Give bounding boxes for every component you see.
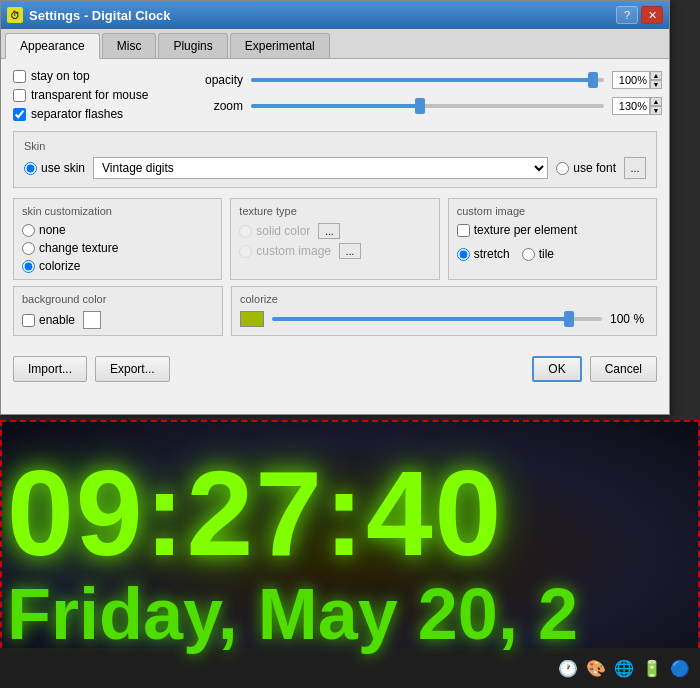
skin-cust-none-row: none	[22, 223, 213, 237]
colorize-value: 100 %	[610, 312, 648, 326]
opacity-thumb[interactable]	[588, 72, 598, 88]
stretch-tile-row: stretch tile	[457, 247, 648, 261]
tile-radio[interactable]	[522, 248, 535, 261]
cancel-button[interactable]: Cancel	[590, 356, 657, 382]
tab-experimental[interactable]: Experimental	[230, 33, 330, 58]
taskbar-network-icon[interactable]: 🌐	[614, 658, 634, 678]
stay-on-top-label: stay on top	[31, 69, 90, 83]
window-icon: ⏱	[7, 7, 23, 23]
colorize-thumb[interactable]	[564, 311, 574, 327]
use-skin-radio[interactable]	[24, 162, 37, 175]
zoom-input[interactable]	[612, 97, 650, 115]
texture-type-box: texture type solid color ... custom imag…	[230, 198, 439, 280]
background-color-row: enable	[22, 311, 214, 329]
opacity-input[interactable]	[612, 71, 650, 89]
custom-image-tex-label: custom image	[256, 244, 331, 258]
opacity-label: opacity	[193, 73, 243, 87]
skin-cust-change-label: change texture	[39, 241, 118, 255]
import-button[interactable]: Import...	[13, 356, 87, 382]
ok-button[interactable]: OK	[532, 356, 581, 382]
stay-on-top-checkbox[interactable]	[13, 70, 26, 83]
use-skin-label: use skin	[41, 161, 85, 175]
texture-type-group: solid color ... custom image ...	[239, 223, 430, 259]
colorize-box: colorize 100 %	[231, 286, 657, 336]
taskbar-clock-icon[interactable]: 🕐	[558, 658, 578, 678]
separator-flashes-checkbox[interactable]	[13, 108, 26, 121]
help-button[interactable]: ?	[616, 6, 638, 24]
enable-row: enable	[22, 313, 75, 327]
skin-cust-change-radio[interactable]	[22, 242, 35, 255]
skin-customization-box: skin customization none change texture c…	[13, 198, 222, 280]
tab-plugins[interactable]: Plugins	[158, 33, 227, 58]
taskbar-battery-icon[interactable]: 🔋	[642, 658, 662, 678]
taskbar-bluetooth-icon[interactable]: 🔵	[670, 658, 690, 678]
skin-cust-colorize-radio[interactable]	[22, 260, 35, 273]
use-font-label: use font	[573, 161, 616, 175]
zoom-down[interactable]: ▼	[650, 106, 662, 115]
enable-checkbox[interactable]	[22, 314, 35, 327]
skin-dropdown[interactable]: Vintage digits	[93, 157, 548, 179]
skin-cust-change-row: change texture	[22, 241, 213, 255]
window-title: Settings - Digital Clock	[29, 8, 613, 23]
opacity-row: opacity ▲ ▼	[193, 71, 657, 89]
opacity-fill	[251, 78, 593, 82]
clock-content: 09:27:40 Friday, May 20, 2	[2, 453, 578, 655]
skin-cust-none-label: none	[39, 223, 66, 237]
solid-color-radio[interactable]	[239, 225, 252, 238]
background-color-title: background color	[22, 293, 214, 305]
stay-on-top-row: stay on top	[13, 69, 173, 83]
content-area: stay on top transparent for mouse separa…	[1, 59, 669, 346]
opacity-down[interactable]: ▼	[650, 80, 662, 89]
use-font-row: use font	[556, 161, 616, 175]
stretch-radio[interactable]	[457, 248, 470, 261]
clock-date: Friday, May 20, 2	[7, 573, 578, 655]
tab-bar: Appearance Misc Plugins Experimental	[1, 29, 669, 59]
font-dots-button[interactable]: ...	[624, 157, 646, 179]
taskbar-color-icon[interactable]: 🎨	[586, 658, 606, 678]
export-button[interactable]: Export...	[95, 356, 170, 382]
custom-image-tex-radio[interactable]	[239, 245, 252, 258]
separator-flashes-row: separator flashes	[13, 107, 173, 121]
skin-cust-none-radio[interactable]	[22, 224, 35, 237]
stretch-label: stretch	[474, 247, 510, 261]
background-color-swatch[interactable]	[83, 311, 101, 329]
use-font-radio[interactable]	[556, 162, 569, 175]
stretch-row: stretch	[457, 247, 510, 261]
texture-type-title: texture type	[239, 205, 430, 217]
colorize-slider-track[interactable]	[272, 317, 602, 321]
colorize-row: 100 %	[240, 311, 648, 327]
close-button[interactable]: ✕	[641, 6, 663, 24]
texture-per-element-label: texture per element	[474, 223, 577, 237]
zoom-value: ▲ ▼	[612, 97, 657, 115]
skin-section: Skin use skin Vintage digits use font ..…	[13, 131, 657, 188]
title-bar: ⏱ Settings - Digital Clock ? ✕	[1, 1, 669, 29]
opacity-track[interactable]	[251, 78, 604, 82]
skin-cust-colorize-label: colorize	[39, 259, 80, 273]
transparent-checkbox[interactable]	[13, 89, 26, 102]
solid-color-dots[interactable]: ...	[318, 223, 340, 239]
custom-image-title: custom image	[457, 205, 648, 217]
tile-row: tile	[522, 247, 554, 261]
buttons-row: Import... Export... OK Cancel	[1, 346, 669, 390]
use-skin-radio-row: use skin	[24, 161, 85, 175]
tab-misc[interactable]: Misc	[102, 33, 157, 58]
custom-image-tex-row: custom image ...	[239, 243, 430, 259]
zoom-track[interactable]	[251, 104, 604, 108]
enable-label: enable	[39, 313, 75, 327]
colorize-swatch[interactable]	[240, 311, 264, 327]
custom-image-tex-dots[interactable]: ...	[339, 243, 361, 259]
tab-appearance[interactable]: Appearance	[5, 33, 100, 59]
texture-per-element-check[interactable]	[457, 224, 470, 237]
sliders-column: opacity ▲ ▼ zoom	[193, 69, 657, 121]
zoom-spinners: ▲ ▼	[650, 97, 662, 115]
transparent-row: transparent for mouse	[13, 88, 173, 102]
colorize-title: colorize	[240, 293, 648, 305]
zoom-thumb[interactable]	[415, 98, 425, 114]
skin-cust-colorize-row: colorize	[22, 259, 213, 273]
bottom-section-divider: background color enable colorize	[13, 286, 657, 336]
zoom-up[interactable]: ▲	[650, 97, 662, 106]
opacity-up[interactable]: ▲	[650, 71, 662, 80]
checkboxes-column: stay on top transparent for mouse separa…	[13, 69, 173, 121]
separator-flashes-label: separator flashes	[31, 107, 123, 121]
texture-per-element-row: texture per element	[457, 223, 648, 237]
